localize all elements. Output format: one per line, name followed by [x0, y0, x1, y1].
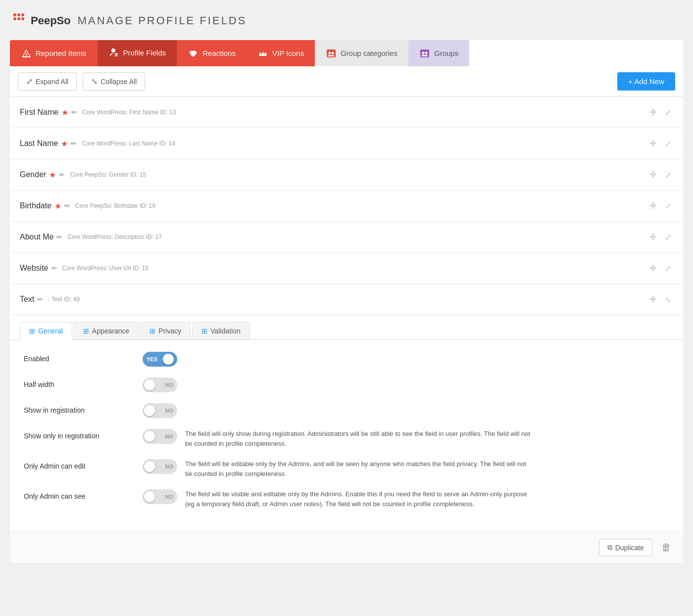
show-in-registration-toggle-label: NO	[165, 408, 174, 414]
first-name-edit-icon[interactable]: ✏	[71, 108, 77, 116]
gender-edit-icon[interactable]: ✏	[59, 171, 65, 179]
svg-point-0	[13, 13, 16, 16]
only-admin-edit-label: Only Admin can edit	[24, 459, 133, 470]
tab-reported-items-label: Reported Items	[36, 49, 87, 57]
text-expand-icon[interactable]: ⤡	[663, 293, 673, 306]
field-name-about-me: About Me ✏ Core WordPress: Description I…	[20, 233, 643, 241]
expand-all-button[interactable]: ⤢ Expand All	[18, 72, 77, 91]
logo: PeepSo	[10, 10, 71, 31]
privacy-tab-icon: ⊞	[149, 327, 155, 335]
page-header: PeepSo MANAGE PROFILE FIELDS	[10, 10, 683, 31]
first-name-meta: Core WordPress: First Name ID: 13	[82, 109, 176, 116]
last-name-required: ★	[61, 139, 68, 148]
tab-group-categories-label: Group categories	[341, 49, 397, 57]
only-admin-edit-toggle-label: NO	[165, 464, 174, 470]
tab-vip-icons[interactable]: VIP Icons	[247, 40, 315, 66]
first-name-expand-icon[interactable]: ⤢	[663, 106, 673, 119]
about-me-edit-icon[interactable]: ✏	[56, 233, 62, 241]
collapse-all-button[interactable]: ⤡ Collapse All	[83, 72, 145, 91]
gender-meta: Core PeepSo: Gender ID: 15	[70, 171, 146, 178]
half-width-toggle-knob	[144, 379, 155, 390]
duplicate-label: Duplicate	[615, 544, 644, 552]
about-me-expand-icon[interactable]: ⤢	[663, 231, 673, 244]
inner-tab-validation[interactable]: ⊞ Validation	[192, 322, 249, 339]
field-row-first-name: First Name ★ ✏ Core WordPress: First Nam…	[10, 97, 683, 128]
tab-group-categories[interactable]: Group categories	[315, 40, 408, 66]
gender-actions: ✛ ⤢	[647, 167, 673, 182]
add-new-button[interactable]: + Add New	[617, 72, 675, 91]
gender-drag-handle[interactable]: ✛	[647, 167, 659, 182]
setting-only-admin-edit: Only Admin can edit NO The field will be…	[24, 459, 669, 478]
only-admin-see-control: NO The field will be visible and editabl…	[143, 489, 669, 509]
tab-reported-items[interactable]: Reported Items	[10, 40, 98, 66]
website-expand-icon[interactable]: ⤢	[663, 262, 673, 275]
setting-show-only-in-registration: Show only in registration NO The field w…	[24, 429, 669, 448]
birthdate-meta: Core PeepSo: Birthdate ID: 16	[75, 202, 155, 209]
about-me-actions: ✛ ⤢	[647, 230, 673, 244]
last-name-edit-icon[interactable]: ✏	[71, 140, 77, 147]
logo-icon	[10, 10, 28, 31]
last-name-label: Last Name	[20, 139, 58, 148]
birthdate-edit-icon[interactable]: ✏	[64, 202, 70, 210]
validation-tab-label: Validation	[210, 327, 240, 335]
last-name-expand-icon[interactable]: ⤢	[663, 137, 673, 150]
people-icon	[326, 48, 337, 59]
collapse-all-label: Collapse All	[100, 78, 137, 86]
setting-only-admin-see: Only Admin can see NO The field will be …	[24, 489, 669, 509]
svg-point-2	[21, 13, 24, 16]
show-in-registration-toggle[interactable]: NO	[143, 403, 177, 418]
validation-tab-icon: ⊞	[201, 327, 207, 335]
about-me-drag-handle[interactable]: ✛	[647, 230, 659, 244]
svg-point-4	[17, 17, 20, 20]
website-actions: ✛ ⤢	[647, 261, 673, 276]
tab-profile-fields-label: Profile Fields	[123, 48, 166, 57]
first-name-drag-handle[interactable]: ✛	[647, 105, 659, 120]
svg-point-9	[328, 51, 331, 54]
inner-tab-appearance[interactable]: ⊞ Appearance	[74, 322, 139, 339]
birthdate-expand-icon[interactable]: ⤢	[663, 199, 673, 213]
tab-vip-icons-label: VIP Icons	[272, 49, 304, 57]
show-in-registration-control: NO	[143, 403, 669, 418]
field-row-gender: Gender ★ ✏ Core PeepSo: Gender ID: 15 ✛ …	[10, 159, 683, 190]
tab-reactions[interactable]: Reactions	[177, 40, 247, 66]
show-only-in-registration-toggle[interactable]: NO	[143, 429, 177, 444]
enabled-toggle-label: YES	[147, 356, 157, 362]
text-field-actions: ✛ ⤡	[647, 292, 673, 307]
only-admin-see-toggle[interactable]: NO	[143, 489, 177, 504]
appearance-tab-icon: ⊞	[83, 327, 89, 335]
inner-tab-privacy[interactable]: ⊞ Privacy	[140, 322, 191, 339]
website-drag-handle[interactable]: ✛	[647, 261, 659, 276]
enabled-toggle[interactable]: YES	[143, 352, 177, 367]
text-edit-icon[interactable]: ✏	[37, 295, 43, 303]
gender-expand-icon[interactable]: ⤢	[663, 168, 673, 182]
tab-profile-fields[interactable]: Profile Fields	[98, 40, 177, 66]
inner-tabs: ⊞ General ⊞ Appearance ⊞ Privacy ⊞ Valid…	[10, 315, 683, 340]
heart-icon	[188, 48, 198, 59]
inner-tab-general[interactable]: ⊞ General	[20, 322, 72, 340]
birthdate-label: Birthdate	[20, 201, 51, 210]
birthdate-drag-handle[interactable]: ✛	[647, 198, 659, 213]
field-name-first-name: First Name ★ ✏ Core WordPress: First Nam…	[20, 108, 643, 117]
last-name-meta: Core WordPress: Last Name ID: 14	[82, 140, 175, 147]
half-width-toggle[interactable]: NO	[143, 378, 177, 392]
first-name-label: First Name	[20, 108, 58, 117]
text-drag-handle[interactable]: ✛	[647, 292, 659, 307]
duplicate-button[interactable]: ⧉ Duplicate	[599, 539, 652, 556]
only-admin-edit-toggle[interactable]: NO	[143, 459, 177, 474]
svg-point-10	[331, 51, 334, 54]
text-field-header: Text ✏ : Text ID: 49 ✛ ⤡	[10, 284, 683, 315]
about-me-meta: Core WordPress: Description ID: 17	[67, 234, 162, 240]
setting-half-width: Half width NO	[24, 378, 669, 392]
svg-point-7	[115, 54, 117, 55]
website-edit-icon[interactable]: ✏	[51, 264, 57, 272]
last-name-drag-handle[interactable]: ✛	[647, 136, 659, 151]
general-tab-icon: ⊞	[29, 327, 35, 335]
tab-groups[interactable]: Groups	[408, 40, 469, 66]
show-only-in-registration-label: Show only in registration	[24, 429, 133, 440]
only-admin-see-desc: The field will be visible and editable o…	[185, 489, 532, 509]
website-meta: Core WordPress: User Url ID: 18	[62, 265, 149, 272]
delete-button[interactable]: 🗑	[659, 540, 673, 555]
enabled-toggle-knob	[163, 354, 174, 365]
show-in-registration-knob	[144, 405, 155, 416]
only-admin-edit-desc: The field will be editable only by the A…	[185, 459, 532, 478]
